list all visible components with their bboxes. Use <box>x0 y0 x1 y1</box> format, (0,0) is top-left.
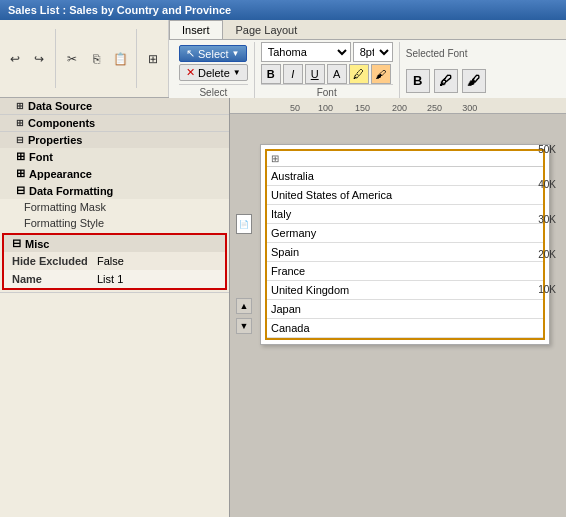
misc-collapse-icon: ⊟ <box>12 237 21 250</box>
data-source-collapse-icon: ⊞ <box>16 101 24 111</box>
data-source-section: ⊞ Data Source <box>0 98 229 115</box>
select-group: ↖ Select ▼ ✕ Delete ▼ <box>173 42 255 98</box>
selected-bold-button[interactable]: B <box>406 69 430 93</box>
scale-20k: 20K <box>538 249 556 284</box>
misc-header[interactable]: ⊟ Misc <box>4 235 225 252</box>
delete-icon: ✕ <box>186 66 195 79</box>
title-bar: Sales List : Sales by Country and Provin… <box>0 0 566 20</box>
properties-header[interactable]: ⊟ Properties <box>0 132 229 148</box>
font-collapse-icon: ⊞ <box>16 150 25 163</box>
scale-50k: 50K <box>538 144 556 179</box>
properties-collapse-icon: ⊟ <box>16 135 24 145</box>
italic-button[interactable]: I <box>283 64 303 84</box>
copy-button[interactable]: ⎘ <box>85 48 107 70</box>
formatting-mask-item[interactable]: Formatting Mask <box>0 199 229 215</box>
select-chevron-icon: ▼ <box>232 49 240 58</box>
ribbon-content: ↖ Select ▼ ✕ Delete ▼ <box>169 40 566 100</box>
main-area: 50 100 150 200 250 300 📄 ▲ ▼ <box>230 98 566 517</box>
properties-label: Properties <box>28 134 82 146</box>
delete-chevron-icon: ▼ <box>233 68 241 77</box>
nav-arrows: ▲ ▼ <box>236 298 252 334</box>
underline-button[interactable]: U <box>305 64 325 84</box>
components-label: Components <box>28 117 95 129</box>
formatting-style-item[interactable]: Formatting Style <box>0 215 229 231</box>
appearance-collapse-icon: ⊞ <box>16 167 25 180</box>
list-item: Germany <box>267 224 543 243</box>
ruler: 50 100 150 200 250 300 <box>230 98 566 114</box>
nav-down-button[interactable]: ▼ <box>236 318 252 334</box>
font-name-select[interactable]: Tahoma <box>261 42 351 62</box>
left-panel: ⊞ Data Source ⊞ Components ⊟ Properties <box>0 98 230 517</box>
data-source-header[interactable]: ⊞ Data Source <box>0 98 229 114</box>
ruler-mark-250: 250 <box>427 103 442 113</box>
list-item: United Kingdom <box>267 281 543 300</box>
ribbon-tabs: Insert Page Layout <box>169 20 566 40</box>
list-item: Italy <box>267 205 543 224</box>
delete-button[interactable]: ✕ Delete ▼ <box>179 64 248 81</box>
list-header: ⊞ <box>267 151 543 167</box>
misc-row-hide-excluded: Hide Excluded False <box>4 252 225 270</box>
list-item: France <box>267 262 543 281</box>
list-expand-icon: ⊞ <box>271 153 279 164</box>
format-button[interactable]: ⊞ <box>142 48 164 70</box>
page-icon: 📄 <box>236 214 252 234</box>
font-sub-label: Font <box>29 151 53 163</box>
bold-button[interactable]: B <box>261 64 281 84</box>
hide-excluded-value: False <box>97 255 124 267</box>
body-area: ⊞ Data Source ⊞ Components ⊟ Properties <box>0 98 566 517</box>
selected-font-label: Selected Font <box>406 48 486 59</box>
design-area[interactable]: 📄 ▲ ▼ ⊞ Australia United States of Ameri… <box>230 114 566 517</box>
fill-button[interactable]: 🖌 <box>371 64 391 84</box>
scale-40k: 40K <box>538 179 556 214</box>
appearance-sub-label: Appearance <box>29 168 92 180</box>
selected-font-group: Selected Font B 🖊 🖌 <box>400 42 492 98</box>
scale-10k: 10K <box>538 284 556 319</box>
properties-section: ⊟ Properties ⊞ Font ⊞ Appearance ⊟ Data … <box>0 132 229 293</box>
list-component: ⊞ Australia United States of America Ita… <box>265 149 545 340</box>
components-collapse-icon: ⊞ <box>16 118 24 128</box>
scale-30k: 30K <box>538 214 556 249</box>
selected-fill-button[interactable]: 🖌 <box>462 69 486 93</box>
list-item: Japan <box>267 300 543 319</box>
scale-axis: 50K 40K 30K 20K 10K <box>538 144 556 319</box>
ruler-mark-300: 300 <box>462 103 477 113</box>
ribbon-area: Insert Page Layout ↖ Select ▼ <box>169 20 566 97</box>
name-label: Name <box>12 273 97 285</box>
list-item: United States of America <box>267 186 543 205</box>
data-formatting-sub-header[interactable]: ⊟ Data Formatting <box>0 182 229 199</box>
select-group-label: Select <box>179 84 248 98</box>
misc-row-name: Name List 1 <box>4 270 225 288</box>
title-text: Sales List : Sales by Country and Provin… <box>8 4 231 16</box>
paste-button[interactable]: 📋 <box>109 48 131 70</box>
font-sub-header[interactable]: ⊞ Font <box>0 148 229 165</box>
data-formatting-label: Data Formatting <box>29 185 113 197</box>
components-section: ⊞ Components <box>0 115 229 132</box>
selected-color-button[interactable]: 🖊 <box>434 69 458 93</box>
ruler-mark-50: 50 <box>290 103 300 113</box>
ruler-mark-200: 200 <box>392 103 407 113</box>
report-page: ⊞ Australia United States of America Ita… <box>260 144 550 345</box>
components-header[interactable]: ⊞ Components <box>0 115 229 131</box>
list-item: Canada <box>267 319 543 338</box>
cursor-icon: ↖ <box>186 47 195 60</box>
toolbar-icons: ↩ ↪ ✂ ⎘ 📋 ⊞ <box>0 20 169 97</box>
highlight-button[interactable]: 🖊 <box>349 64 369 84</box>
name-value: List 1 <box>97 273 123 285</box>
undo-button[interactable]: ↩ <box>4 48 26 70</box>
text-color-button[interactable]: A <box>327 64 347 84</box>
list-item: Australia <box>267 167 543 186</box>
tab-insert[interactable]: Insert <box>169 20 223 39</box>
list-item: Spain <box>267 243 543 262</box>
nav-up-button[interactable]: ▲ <box>236 298 252 314</box>
font-size-select[interactable]: 8pt <box>353 42 393 62</box>
ruler-mark-150: 150 <box>355 103 370 113</box>
tab-page-layout[interactable]: Page Layout <box>223 20 311 39</box>
redo-button[interactable]: ↪ <box>28 48 50 70</box>
cut-button[interactable]: ✂ <box>61 48 83 70</box>
select-button[interactable]: ↖ Select ▼ <box>179 45 247 62</box>
toolbar-area: ↩ ↪ ✂ ⎘ 📋 ⊞ Insert Page Layout <box>0 20 566 98</box>
font-group-label: Font <box>261 84 393 98</box>
appearance-sub-header[interactable]: ⊞ Appearance <box>0 165 229 182</box>
misc-section: ⊟ Misc Hide Excluded False Name List 1 <box>2 233 227 290</box>
ruler-mark-100: 100 <box>318 103 333 113</box>
